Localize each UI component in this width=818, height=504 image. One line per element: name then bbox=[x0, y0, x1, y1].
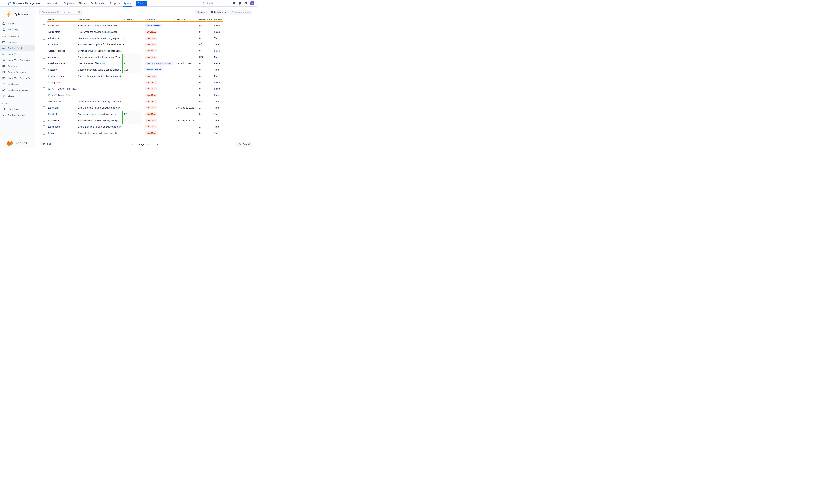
field-last-used: - bbox=[174, 100, 198, 103]
column-header-name[interactable]: Name bbox=[48, 17, 77, 22]
clear-search-icon[interactable] bbox=[77, 11, 80, 13]
sidebar-item-filters[interactable]: Filters bbox=[0, 93, 35, 99]
row-checkbox[interactable] bbox=[43, 43, 45, 46]
column-header-contexts[interactable]: Contexts bbox=[144, 17, 174, 22]
row-checkbox[interactable] bbox=[43, 56, 45, 59]
global-search[interactable] bbox=[200, 1, 230, 6]
sidebar-item-custom-fields[interactable]: Aa Custom Fields bbox=[0, 45, 35, 51]
settings-gear-icon[interactable] bbox=[244, 2, 247, 5]
row-checkbox[interactable] bbox=[43, 24, 45, 27]
nav-people[interactable]: People bbox=[108, 0, 121, 7]
nav-your-work[interactable]: Your work bbox=[45, 0, 61, 7]
column-header-locked[interactable]: Locked bbox=[213, 17, 226, 22]
sidebar-item-contact-support[interactable]: Contact Support bbox=[0, 112, 35, 118]
table-row: Actual start Enter when the change actua… bbox=[43, 29, 226, 35]
field-screens: 11 bbox=[122, 117, 142, 124]
nav-apps[interactable]: Apps bbox=[122, 0, 133, 7]
field-locked: False bbox=[213, 87, 226, 90]
field-screens: - bbox=[122, 130, 142, 136]
row-checkbox[interactable] bbox=[43, 68, 45, 71]
context-badge: 1 GLOBAL bbox=[145, 87, 157, 90]
primary-nav: Your work Projects Filters Dashboards Pe… bbox=[45, 0, 147, 7]
row-checkbox[interactable] bbox=[43, 125, 45, 128]
table-row: [CHART] Date of First Res... - - 1 GLOBA… bbox=[43, 86, 226, 92]
field-issue-count: N/A bbox=[198, 24, 213, 27]
custom-fields-search-input[interactable] bbox=[41, 11, 77, 14]
optimizer-lightning-icon bbox=[6, 10, 12, 18]
field-locked: True bbox=[213, 37, 226, 40]
table-header-row: Name Description Screens Contexts Last U… bbox=[43, 17, 226, 22]
field-description: - bbox=[77, 81, 122, 84]
export-icon bbox=[239, 143, 241, 146]
row-checkbox[interactable] bbox=[43, 132, 45, 135]
field-locked: True bbox=[213, 113, 226, 115]
field-name: [CHART] Time in Status bbox=[48, 94, 77, 96]
avatar[interactable]: JR bbox=[250, 1, 255, 5]
table-actions: View Bulk action Review changes bbox=[195, 10, 252, 15]
help-icon[interactable]: ? bbox=[238, 2, 242, 5]
export-button[interactable]: Export bbox=[236, 142, 252, 147]
nav-filters[interactable]: Filters bbox=[76, 0, 89, 7]
field-name: [CHART] Date of First Res... bbox=[48, 87, 77, 90]
sidebar-item-home[interactable]: Home bbox=[0, 20, 35, 26]
field-description: Contains users needed for approval. This… bbox=[77, 56, 122, 59]
table-row: Change type - - 1 GLOBAL - 0 False bbox=[43, 79, 226, 86]
column-header-last-used[interactable]: Last Used bbox=[174, 17, 198, 22]
sidebar-item-workflow-schemes[interactable]: Workflow Schemes bbox=[0, 87, 35, 93]
row-checkbox[interactable] bbox=[43, 75, 45, 77]
field-issue-count: 0 bbox=[198, 31, 213, 33]
bulk-action-button[interactable]: Bulk action bbox=[209, 10, 229, 15]
view-button[interactable]: View bbox=[195, 10, 208, 15]
chevron-down-icon bbox=[130, 2, 131, 4]
field-name: Attachment Size bbox=[48, 62, 77, 65]
row-checkbox[interactable] bbox=[43, 106, 45, 109]
nav-projects[interactable]: Projects bbox=[61, 0, 76, 7]
notifications-bell-icon[interactable] bbox=[232, 2, 236, 5]
sidebar-item-issue-type-schemes[interactable]: Issue Type Schemes bbox=[0, 57, 35, 63]
global-search-input[interactable] bbox=[206, 2, 228, 5]
field-description: Enter when the change actually ended. bbox=[77, 24, 122, 27]
sidebar-item-screens[interactable]: Screens bbox=[0, 63, 35, 69]
sidebar-item-issue-type-screen-schemes[interactable]: Issue Type Screen Sch... bbox=[0, 75, 35, 81]
sidebar-item-user-guides[interactable]: User Guides bbox=[0, 106, 35, 112]
row-checkbox[interactable] bbox=[43, 62, 45, 65]
review-changes-button[interactable]: Review changes bbox=[230, 10, 252, 15]
jira-logo-icon bbox=[8, 2, 11, 5]
sidebar-item-projects[interactable]: Projects bbox=[0, 39, 35, 45]
sidebar-item-screen-schemes[interactable]: Screen Schemes bbox=[0, 69, 35, 75]
create-button[interactable]: Create bbox=[136, 1, 147, 6]
row-checkbox[interactable] bbox=[43, 119, 45, 122]
row-checkbox[interactable] bbox=[43, 94, 45, 96]
context-badge: 1 GLOBAL bbox=[145, 119, 157, 122]
row-checkbox[interactable] bbox=[43, 31, 45, 33]
field-locked: True bbox=[213, 100, 226, 103]
app-switcher-icon[interactable] bbox=[2, 2, 6, 5]
nav-dashboards[interactable]: Dashboards bbox=[89, 0, 108, 7]
product-title: Jira Work Management bbox=[13, 2, 41, 5]
sidebar-item-audit-log[interactable]: Audit Log bbox=[0, 26, 35, 32]
table-row: Approvals Provides search options for Ji… bbox=[43, 41, 226, 48]
column-header-description[interactable]: Description bbox=[77, 17, 122, 22]
row-checkbox[interactable] bbox=[43, 113, 45, 115]
field-name: Actual end bbox=[48, 24, 77, 27]
row-checkbox[interactable] bbox=[43, 37, 45, 40]
table-row: Attachment Size Size of attached files i… bbox=[43, 60, 226, 67]
column-header-issue-count[interactable]: Issue Count bbox=[198, 17, 213, 22]
prev-page-arrow-icon[interactable] bbox=[132, 143, 135, 146]
field-last-used: - bbox=[174, 125, 198, 128]
sidebar-item-issue-types[interactable]: Issue Types bbox=[0, 51, 35, 57]
field-description: Epic Status field for Jira Software use … bbox=[77, 125, 122, 128]
row-checkbox[interactable] bbox=[43, 100, 45, 103]
sidebar-item-workflows[interactable]: Workflows bbox=[0, 81, 35, 87]
row-checkbox[interactable] bbox=[43, 81, 45, 84]
row-checkbox[interactable] bbox=[43, 87, 45, 90]
row-checkbox[interactable] bbox=[43, 50, 45, 52]
column-header-screens[interactable]: Screens bbox=[122, 17, 144, 22]
footer-divider bbox=[39, 140, 253, 140]
jira-brand[interactable]: Jira Work Management bbox=[8, 2, 41, 5]
issue-type-screen-schemes-icon bbox=[2, 77, 5, 80]
next-page-arrow-icon[interactable] bbox=[155, 143, 158, 146]
sort-icon bbox=[133, 19, 134, 20]
sort-icon bbox=[187, 19, 188, 20]
field-issue-count: 0 bbox=[198, 37, 213, 40]
